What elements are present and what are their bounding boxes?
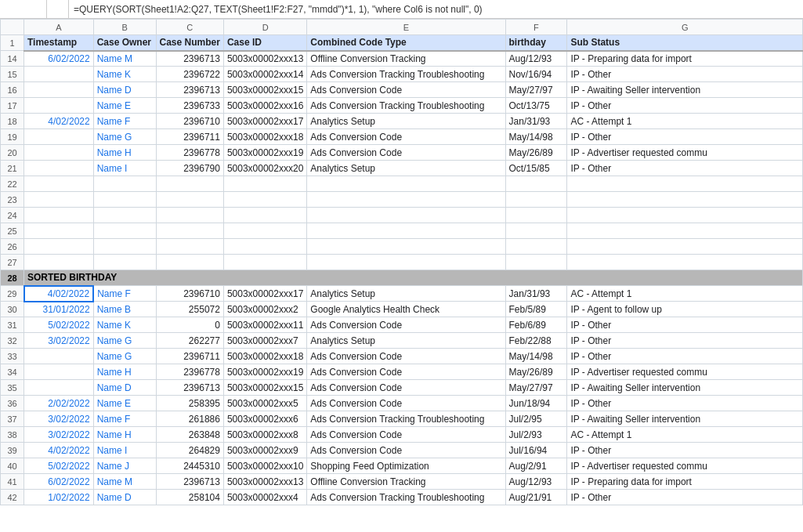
data-cell[interactable] [223,192,306,208]
data-cell[interactable]: Name D [93,490,156,505]
data-cell[interactable]: AC - Attempt 1 [567,286,803,302]
data-cell[interactable] [156,192,223,208]
data-cell[interactable]: 5003x00002xxx2 [223,302,306,317]
data-cell[interactable]: IP - Other [567,490,803,505]
data-cell[interactable]: Name D [93,82,156,98]
data-cell[interactable] [93,176,156,192]
data-cell[interactable] [24,98,94,114]
data-cell[interactable]: 2396713 [156,380,223,396]
data-cell[interactable]: IP - Awaiting Seller intervention [567,82,803,98]
data-cell[interactable]: 0 [156,317,223,333]
data-cell[interactable]: 2396778 [156,364,223,380]
data-cell[interactable] [93,239,156,255]
data-cell[interactable]: Ads Conversion Code [307,364,505,380]
data-cell[interactable]: 5003x00002xxx19 [223,364,306,380]
data-cell[interactable] [505,255,567,270]
data-cell[interactable] [24,380,94,396]
data-cell[interactable]: 5003x00002xxx19 [223,145,306,161]
data-cell[interactable]: IP - Other [567,317,803,333]
data-cell[interactable]: Name H [93,145,156,161]
data-cell[interactable]: 5003x00002xxx13 [223,474,306,490]
col-header-f[interactable]: F [505,20,567,35]
data-cell[interactable] [24,223,94,239]
data-cell[interactable]: Ads Conversion Code [307,82,505,98]
data-cell[interactable]: Oct/15/85 [505,161,567,176]
data-cell[interactable]: Jul/2/93 [505,427,567,443]
data-cell[interactable]: Offline Conversion Tracking [307,51,505,67]
data-cell[interactable]: Analytics Setup [307,161,505,176]
data-cell[interactable]: Name M [93,51,156,67]
data-cell[interactable]: 2396790 [156,161,223,176]
data-cell[interactable]: Ads Conversion Tracking Troubleshooting [307,98,505,114]
data-cell[interactable]: 5003x00002xxx11 [223,317,306,333]
data-cell[interactable]: IP - Other [567,333,803,349]
data-cell[interactable] [156,239,223,255]
data-cell[interactable]: AC - Attempt 1 [567,427,803,443]
data-cell[interactable]: 263848 [156,427,223,443]
data-cell[interactable] [223,176,306,192]
data-cell[interactable]: 255072 [156,302,223,317]
data-cell[interactable]: Name H [93,427,156,443]
data-cell[interactable] [567,192,803,208]
data-cell[interactable]: Name F [93,286,156,302]
data-cell[interactable] [505,239,567,255]
data-cell[interactable] [505,223,567,239]
col-header-c[interactable]: C [156,20,223,35]
data-cell[interactable]: Name F [93,411,156,427]
data-cell[interactable]: Offline Conversion Tracking [307,474,505,490]
data-cell[interactable] [24,364,94,380]
data-cell[interactable]: 2396711 [156,129,223,145]
data-cell[interactable]: Name H [93,364,156,380]
data-cell[interactable] [156,223,223,239]
col-header-e[interactable]: E [307,20,505,35]
data-cell[interactable]: IP - Advertiser requested commu [567,458,803,474]
data-cell[interactable] [223,255,306,270]
data-cell[interactable]: 258104 [156,490,223,505]
data-cell[interactable]: 4/02/2022 [24,114,94,129]
data-cell[interactable]: 2396713 [156,51,223,67]
data-cell[interactable] [505,192,567,208]
data-cell[interactable]: 5/02/2022 [24,317,94,333]
data-cell[interactable]: Name B [93,302,156,317]
data-cell[interactable]: May/27/97 [505,82,567,98]
data-cell[interactable]: 5003x00002xxx13 [223,51,306,67]
data-cell[interactable] [24,82,94,98]
data-cell[interactable]: May/27/97 [505,380,567,396]
data-cell[interactable]: 31/01/2022 [24,302,94,317]
data-cell[interactable]: Ads Conversion Code [307,427,505,443]
data-cell[interactable]: Jul/2/95 [505,411,567,427]
data-cell[interactable]: Jan/31/93 [505,114,567,129]
data-cell[interactable]: 5003x00002xxx16 [223,98,306,114]
data-cell[interactable]: IP - Other [567,349,803,364]
data-cell[interactable] [24,145,94,161]
data-cell[interactable]: Oct/13/75 [505,98,567,114]
data-cell[interactable]: May/14/98 [505,349,567,364]
data-cell[interactable]: IP - Awaiting Seller intervention [567,411,803,427]
data-cell[interactable]: AC - Attempt 1 [567,114,803,129]
data-cell[interactable] [24,208,94,223]
data-cell[interactable] [223,223,306,239]
data-cell[interactable]: 5003x00002xxx5 [223,396,306,411]
data-cell[interactable]: May/26/89 [505,145,567,161]
data-cell[interactable]: 5003x00002xxx15 [223,82,306,98]
data-cell[interactable]: Ads Conversion Tracking Troubleshooting [307,411,505,427]
data-cell[interactable]: IP - Agent to follow up [567,302,803,317]
data-cell[interactable]: 3/02/2022 [24,427,94,443]
data-cell[interactable]: 4/02/2022 [24,286,94,302]
data-cell[interactable] [24,161,94,176]
data-cell[interactable]: Name M [93,474,156,490]
column-header-cell[interactable]: Case ID [223,35,306,51]
data-cell[interactable]: IP - Awaiting Seller intervention [567,380,803,396]
data-cell[interactable]: Name G [93,349,156,364]
data-cell[interactable]: 264829 [156,443,223,458]
data-cell[interactable]: Name D [93,380,156,396]
data-cell[interactable]: Name E [93,98,156,114]
data-cell[interactable]: Ads Conversion Tracking Troubleshooting [307,67,505,82]
data-cell[interactable]: Aug/12/93 [505,474,567,490]
data-cell[interactable]: Name G [93,129,156,145]
data-cell[interactable] [567,255,803,270]
data-cell[interactable] [223,239,306,255]
data-cell[interactable]: Ads Conversion Code [307,380,505,396]
data-cell[interactable]: Ads Conversion Code [307,129,505,145]
data-cell[interactable]: 2396713 [156,474,223,490]
